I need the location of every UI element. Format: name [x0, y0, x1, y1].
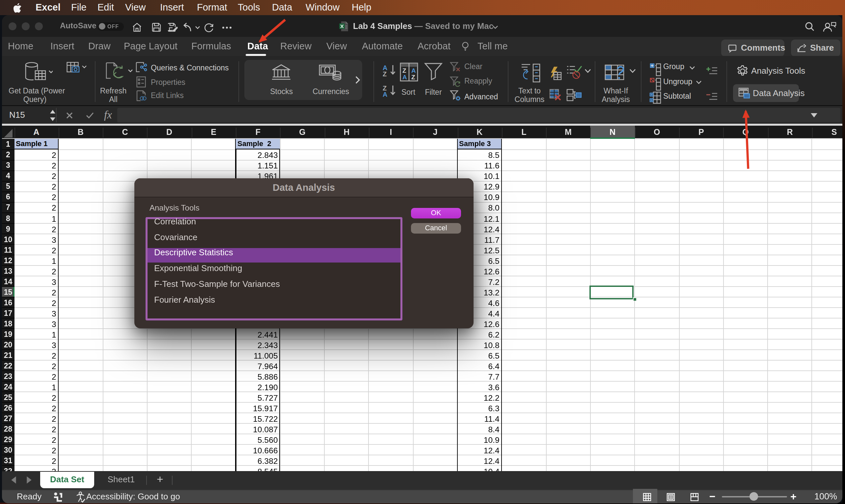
svg-text:A: A	[411, 67, 416, 74]
svg-text:Z: Z	[402, 67, 406, 74]
svg-text:Z: Z	[411, 74, 415, 80]
svg-text:Z: Z	[383, 70, 386, 76]
svg-text:A: A	[402, 74, 407, 80]
svg-text:A: A	[383, 91, 387, 97]
